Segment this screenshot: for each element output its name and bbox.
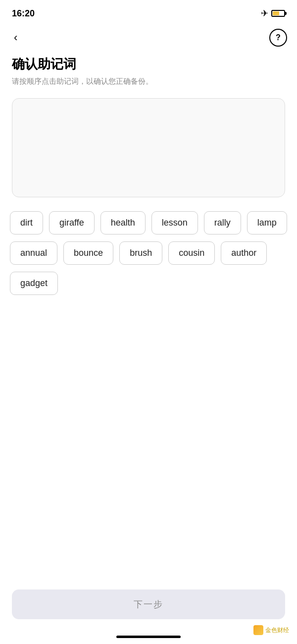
answer-area [12,98,285,197]
word-chip-dirt[interactable]: dirt [10,211,43,234]
status-time: 16:20 [12,8,35,19]
status-icons: ✈ [261,8,285,19]
battery-icon [271,10,285,17]
home-indicator [116,636,181,638]
word-chip-rally[interactable]: rally [204,211,241,234]
battery-fill [273,11,279,15]
page-content: 确认助记词 请按顺序点击助记词，以确认您正确备份。 [0,51,297,197]
word-chip-lamp[interactable]: lamp [247,211,287,234]
nav-bar: ‹ ? [0,25,297,51]
words-container: dirtgiraffehealthlessonrallylampannualbo… [0,211,297,295]
word-chip-cousin[interactable]: cousin [168,241,215,265]
word-chip-health[interactable]: health [100,211,146,234]
word-chip-giraffe[interactable]: giraffe [49,211,95,234]
watermark-text: 金色财经 [265,626,289,635]
word-chip-lesson[interactable]: lesson [151,211,198,234]
back-button[interactable]: ‹ [10,29,21,46]
word-chip-bounce[interactable]: bounce [63,241,113,265]
next-button[interactable]: 下一步 [12,589,285,619]
page-subtitle: 请按顺序点击助记词，以确认您正确备份。 [12,77,285,86]
page-title: 确认助记词 [12,56,285,73]
status-bar: 16:20 ✈ [0,0,297,25]
watermark: 金色财经 [253,625,289,635]
watermark-logo [253,625,263,635]
word-chip-author[interactable]: author [221,241,267,265]
airplane-icon: ✈ [261,8,268,19]
word-chip-annual[interactable]: annual [10,241,57,265]
bottom-area: 下一步 [0,589,297,619]
help-button[interactable]: ? [269,29,287,47]
word-chip-brush[interactable]: brush [119,241,162,265]
word-chip-gadget[interactable]: gadget [10,272,58,295]
